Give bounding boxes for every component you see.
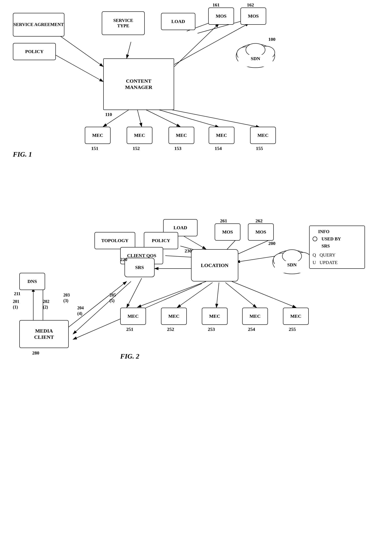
legend-info: INFO USED BY SRS [318,228,341,250]
location-box: LOCATION [191,249,238,281]
mec3-num-fig1: 153 [174,146,182,151]
mc-num: 280 [32,350,39,356]
mec5-label-fig2: MEC [290,313,301,319]
mos1-box-fig2: MOS [215,224,240,241]
mec1-box-fig1: MEC [85,127,110,144]
mos1-label-fig2: MOS [222,229,233,235]
service-type-label: SERVICETYPE [113,18,133,28]
svg-line-16 [180,234,206,249]
fig1-label: FIG. 1 [13,150,32,158]
mec4-num-fig1: 154 [215,146,222,151]
arrow3-label: 203(3) [63,292,70,303]
load-label-fig2: LOAD [173,225,187,231]
mos1-num-fig2: 261 [220,218,227,224]
mos2-box-fig1: MOS [240,8,266,25]
svg-line-27 [225,282,256,308]
service-agreement-label: SERVICE AGREEMENT [14,22,64,27]
srs-label: SRS [135,265,144,270]
mos1-box-fig1: MOS [208,8,234,25]
svg-line-14 [159,110,219,127]
svg-line-25 [177,282,212,308]
mec2-num-fig1: 152 [133,146,140,151]
mec2-box-fig1: MEC [127,127,152,144]
svg-line-26 [216,282,219,308]
mos2-num-fig1: 162 [247,2,254,8]
mec5-num-fig2: 255 [289,326,296,332]
svg-line-5 [127,42,131,58]
mec3-label-fig2: MEC [209,313,220,319]
policy-label-fig2: POLICY [152,238,170,243]
topology-box: TOPOLOGY [94,232,135,249]
svg-line-12 [137,110,142,127]
mec5-box-fig2: MEC [283,308,309,325]
media-client-label: MEDIACLIENT [34,328,54,340]
svg-line-9 [174,24,219,67]
svg-line-15 [172,110,260,127]
mos2-box-fig2: MOS [248,224,274,241]
mec2-num-fig2: 252 [167,326,174,332]
mec5-label-fig1: MEC [257,132,268,138]
service-type-box: SERVICETYPE [102,11,145,35]
mec1-label-fig2: MEC [128,313,138,319]
policy-label: POLICY [25,49,44,54]
svg-line-31 [66,281,127,329]
svg-line-6 [53,54,103,82]
policy-box-fig2: POLICY [144,232,178,249]
svg-text:SDN: SDN [251,56,260,61]
legend-box: INFO USED BY SRS Q QUERY U UPDATE [309,226,365,269]
diagram-container: SERVICE AGREEMENT SERVICETYPE POLICY LOA… [0,0,392,559]
location-label: LOCATION [201,262,229,269]
mec1-num-fig2: 251 [126,326,133,332]
legend-u: U UPDATE [313,259,362,266]
srs-num: 220 [120,257,127,262]
sdn-cloud-fig2: SDN [271,241,313,275]
svg-text:SDN: SDN [287,262,297,268]
load-label-fig1: LOAD [171,19,185,24]
content-manager-label: CONTENTMANAGER [125,78,152,90]
svg-line-33 [127,278,142,308]
mos1-label-fig1: MOS [216,13,227,19]
mos2-label-fig2: MOS [255,229,266,235]
legend-q: Q QUERY [313,251,362,259]
cm-number: 110 [105,112,112,117]
legend-circle [313,237,317,241]
media-client-box: MEDIACLIENT [19,320,69,348]
policy-box: POLICY [13,43,56,60]
topology-label: TOPOLOGY [101,238,128,243]
mec4-label-fig2: MEC [249,313,260,319]
mec3-box-fig2: MEC [202,308,228,325]
sdn-num-fig1: 100 [268,37,275,42]
mec3-num-fig2: 253 [208,326,215,332]
arrow2-label: 202(2) [43,299,49,310]
mec2-box-fig2: MEC [161,308,187,325]
arrow5-label: 205(5) [109,292,116,303]
svg-line-13 [146,110,180,127]
mec2-label-fig2: MEC [168,313,179,319]
mos2-num-fig2: 262 [255,218,263,224]
svg-point-38 [246,43,265,56]
mec4-box-fig1: MEC [209,127,234,144]
sdn-num-fig2: 200 [268,241,275,246]
svg-line-28 [232,281,296,308]
mec2-label-fig1: MEC [134,132,145,138]
mec3-box-fig1: MEC [169,127,194,144]
svg-line-24 [137,281,206,307]
load-box-fig1: LOAD [161,13,195,30]
svg-point-44 [282,250,302,262]
content-manager-box: CONTENTMANAGER [103,58,174,110]
mec1-num-fig1: 151 [91,146,98,151]
fig2-label: FIG. 2 [120,352,139,360]
mec4-box-fig2: MEC [242,308,268,325]
mec5-box-fig1: MEC [250,127,276,144]
mec4-num-fig2: 254 [248,326,255,332]
mos2-label-fig1: MOS [248,13,259,19]
mec4-label-fig1: MEC [216,132,227,138]
legend-icon-row: INFO USED BY SRS [313,228,362,250]
mec5-num-fig1: 155 [256,146,263,151]
arrow4-label: 204(4) [77,305,84,316]
arrow1-label: 201(1) [13,299,19,310]
mos1-num-fig1: 161 [212,2,220,8]
dns-label: DNS [27,279,37,284]
srs-box: SRS [125,258,155,277]
dns-num: 211 [14,291,20,297]
